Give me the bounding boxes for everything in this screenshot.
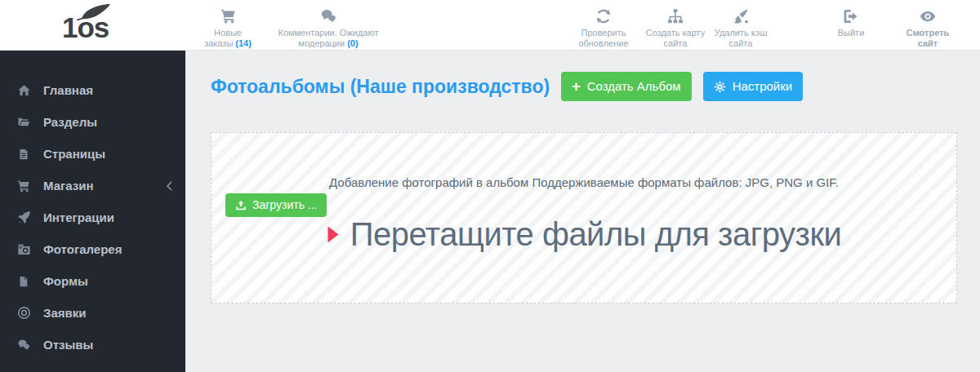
sitemap-icon (667, 7, 684, 24)
header-item-label: Выйти (838, 28, 865, 38)
new-orders-count: (14) (235, 38, 252, 48)
sidebar-item-reviews[interactable]: Отзывы (0, 329, 185, 361)
camera-retro-icon (16, 243, 31, 256)
drag-files-text: Перетащите файлы для загрузки (212, 216, 956, 253)
header-item-view-site[interactable]: Смотреть сайт (902, 7, 954, 49)
logo[interactable]: 1os (62, 10, 136, 46)
header-item-sitemap[interactable]: Создать карту сайта (643, 7, 708, 49)
comments-count: (0) (347, 38, 358, 48)
home-icon (16, 84, 31, 97)
create-album-button[interactable]: + Создать Альбом (561, 72, 692, 101)
sidebar-item-requests[interactable]: Заявки (0, 297, 185, 329)
sidebar: Главная Разделы Страницы (0, 51, 185, 372)
header-item-label: Проверить обновление (568, 28, 639, 49)
header-item-label: Создать карту сайта (643, 28, 708, 49)
sidebar-item-shop[interactable]: Магазин (0, 170, 185, 202)
header-item-new-orders[interactable]: Новые заказы(14) (193, 7, 263, 49)
cart-icon (220, 7, 237, 24)
header-item-clear-cache[interactable]: Удалить кэш сайта (703, 7, 778, 49)
sidebar-item-label: Интеграции (43, 210, 114, 224)
page-background: 1os Новые заказы(14) (0, 0, 980, 372)
sidebar-item-forms[interactable]: Формы (0, 265, 185, 297)
sidebar-item-label: Магазин (43, 179, 94, 193)
header-item-comments[interactable]: Комментарии. Ожидают модерации(0) (265, 7, 392, 49)
header-item-label: Смотреть сайт (902, 28, 954, 49)
leaf-icon (76, 4, 112, 20)
top-header: 1os Новые заказы(14) (0, 0, 980, 51)
chevron-left-icon (166, 181, 174, 191)
sidebar-item-integrations[interactable]: Интеграции (0, 202, 185, 233)
sign-out-icon (843, 7, 859, 24)
bullseye-icon (16, 306, 31, 320)
cart-icon (16, 179, 31, 193)
rocket-icon (16, 210, 31, 224)
sidebar-item-label: Формы (43, 274, 88, 288)
dropzone-hint: Добавление фотографий в альбом Поддержив… (212, 175, 956, 189)
plus-icon: + (572, 81, 581, 92)
sidebar-item-home[interactable]: Главная (0, 74, 185, 106)
sidebar-item-label: Главная (43, 83, 93, 97)
brush-icon (733, 7, 749, 24)
refresh-icon (595, 7, 612, 24)
page-title: Фотоальбомы (Наше производство) (211, 76, 550, 98)
file-text-icon (16, 148, 31, 161)
caret-right-icon (327, 225, 340, 244)
header-item-label: Комментарии. Ожидают модерации(0) (265, 28, 392, 49)
header-item-logout[interactable]: Выйти (838, 7, 865, 38)
header-item-label: Удалить кэш сайта (703, 28, 778, 49)
main-content: Фотоальбомы (Наше производство) + Создат… (185, 51, 980, 372)
sidebar-item-sections[interactable]: Разделы (0, 106, 185, 138)
file-icon (16, 275, 31, 288)
sidebar-item-label: Разделы (43, 115, 97, 129)
folder-open-icon (16, 116, 31, 128)
header-item-check-update[interactable]: Проверить обновление (568, 7, 639, 49)
header-item-label: Новые заказы(14) (193, 28, 263, 49)
sidebar-item-pages[interactable]: Страницы (0, 138, 185, 170)
file-dropzone[interactable]: Добавление фотографий в альбом Поддержив… (211, 132, 957, 303)
settings-button[interactable]: Настройки (703, 72, 804, 101)
eye-icon (919, 7, 937, 24)
upload-button[interactable]: Загрузить ... (225, 193, 327, 217)
sidebar-item-label: Страницы (43, 147, 105, 161)
comments-icon (16, 339, 31, 351)
upload-icon (235, 200, 247, 211)
sidebar-item-label: Заявки (43, 306, 86, 320)
sidebar-item-photogallery[interactable]: Фотогалерея (0, 233, 185, 265)
sidebar-item-label: Фотогалерея (43, 242, 122, 256)
title-row: Фотоальбомы (Наше производство) + Создат… (211, 72, 803, 101)
comments-icon (319, 7, 337, 24)
gear-icon (714, 81, 726, 93)
sidebar-item-label: Отзывы (43, 338, 93, 352)
